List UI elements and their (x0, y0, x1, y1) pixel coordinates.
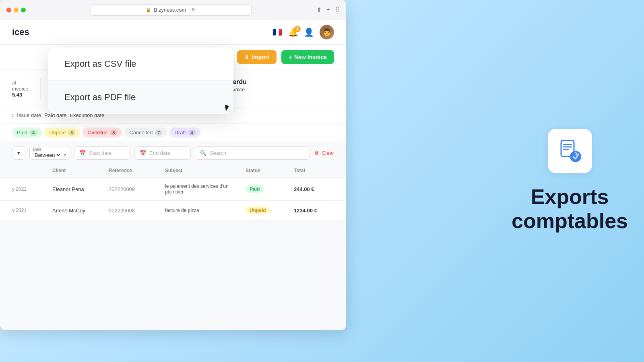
col-client: Client (52, 168, 109, 173)
tab-draft-badge: 4 (188, 130, 196, 136)
table-row[interactable]: y 2021 Eleanor Pena 202220009 le paiemen… (0, 178, 346, 201)
app-content: ices 🇫🇷 🔔 8 👤 👨 Export ▾ ⬇ Import (0, 20, 346, 330)
notification-button[interactable]: 🔔 8 (288, 27, 298, 37)
plus-icon: + (289, 54, 292, 60)
date-label: Date (33, 147, 66, 152)
user-icon[interactable]: 👤 (304, 27, 314, 37)
notification-badge: 8 (294, 26, 301, 32)
stat-total-amount: 5.43 (12, 92, 28, 98)
export-csv-option[interactable]: Export as CSV file (48, 47, 233, 81)
tab-unpaid-label: Unpaid (49, 130, 66, 136)
browser-actions: ⬆ + ⠿ (316, 6, 340, 14)
filter-status-label: ▾ (17, 150, 20, 156)
tab-cancelled-label: Cancelled (129, 130, 153, 136)
import-button[interactable]: ⬇ Import (237, 50, 277, 64)
row1-subject: le paiement des services d'un plombier (165, 183, 246, 195)
tab-unpaid-badge: 8 (68, 130, 75, 136)
grid-icon[interactable]: ⠿ (335, 6, 340, 14)
col-reference: Reference (109, 168, 165, 173)
end-date-placeholder: End date (149, 150, 170, 156)
export-pdf-option[interactable]: Export as PDF file (48, 81, 233, 114)
tabs-row: Paid 4 Unpaid 8 Overdue 8 Cancelled 7 Dr… (0, 123, 346, 142)
tab-overdue[interactable]: Overdue 8 (83, 128, 122, 138)
table-row[interactable]: y 2021 Arlene McCoy 202220008 facture de… (0, 201, 346, 220)
clear-label: Clear (322, 150, 334, 156)
tab-paid-label: Paid (17, 130, 27, 136)
row2-total: 1234.00 € (294, 208, 342, 214)
clear-button[interactable]: 🗑 Clear (314, 150, 334, 156)
date-sort-colon: : (12, 112, 14, 118)
search-placeholder: Search (210, 150, 226, 156)
row1-status: Paid (246, 185, 294, 193)
date-between-select[interactable]: Between (33, 152, 62, 158)
export-doc-icon (558, 139, 582, 163)
date-group: Date Between ▾ (29, 146, 70, 160)
download-icon: ⬇ (244, 54, 249, 60)
end-date-input[interactable]: 📅 End date (134, 146, 191, 160)
issue-date-label[interactable]: Issue date (17, 112, 41, 118)
col-total: Total (294, 168, 342, 173)
calendar-start-icon: 📅 (79, 150, 86, 156)
status-badge-paid: Paid (246, 185, 264, 193)
tab-paid[interactable]: Paid 4 (12, 128, 42, 138)
trash-icon: 🗑 (314, 150, 319, 156)
filter-status-dropdown[interactable]: ▾ (12, 146, 25, 160)
export-pdf-label: Export as PDF file (64, 92, 136, 103)
tab-draft[interactable]: Draft 4 (169, 128, 200, 138)
tab-overdue-label: Overdue (87, 130, 107, 136)
new-tab-icon[interactable]: + (326, 6, 330, 14)
row2-subject: facture de pizza (165, 208, 246, 213)
app-header: ices 🇫🇷 🔔 8 👤 👨 (0, 20, 346, 45)
page-title: ices (12, 27, 29, 37)
feature-highlight: Exports comptables (512, 129, 628, 233)
browser-chrome: 🔒 Bizyness.com ↻ ⬆ + ⠿ (0, 0, 346, 20)
feature-text: Exports comptables (512, 185, 628, 233)
row2-date: y 2021 (12, 208, 52, 213)
search-field[interactable]: 🔍 Search (195, 146, 310, 160)
header-right: 🇫🇷 🔔 8 👤 👨 (272, 25, 334, 39)
col-status: Status (246, 168, 294, 173)
close-dot[interactable] (6, 8, 11, 12)
row1-reference: 202220009 (109, 186, 165, 192)
feature-icon-card (548, 129, 592, 173)
new-invoice-label: New Invoice (294, 54, 327, 60)
row1-total: 244.00 € (294, 186, 342, 192)
table-header: Client Reference Subject Status Total (0, 164, 346, 178)
tab-cancelled-badge: 7 (155, 130, 162, 136)
feature-title-line2: comptables (512, 209, 628, 232)
export-dropdown: Export as CSV file Export as PDF file (48, 47, 233, 114)
tab-paid-badge: 4 (30, 130, 37, 136)
reload-icon: ↻ (192, 7, 196, 13)
start-date-placeholder: Start date (89, 150, 111, 156)
row2-reference: 202220008 (109, 208, 165, 214)
share-icon[interactable]: ⬆ (316, 6, 322, 14)
tab-unpaid[interactable]: Unpaid 8 (44, 128, 80, 138)
row1-date: y 2021 (12, 186, 52, 192)
url-text: Bizyness.com (154, 7, 186, 13)
stat-total-count: invoice (12, 86, 28, 92)
avatar[interactable]: 👨 (320, 25, 334, 39)
browser-dots (6, 8, 26, 12)
feature-title-line1: Exports (531, 185, 609, 208)
browser-window: 🔒 Bizyness.com ↻ ⬆ + ⠿ ices 🇫🇷 🔔 8 👤 � (0, 0, 346, 330)
tab-overdue-badge: 8 (110, 130, 117, 136)
row2-status: Unpaid (246, 206, 294, 214)
maximize-dot[interactable] (21, 8, 26, 12)
header-left: ices (12, 27, 29, 37)
row2-client: Arlene McCoy (52, 208, 109, 214)
tab-draft-label: Draft (174, 130, 186, 136)
url-bar[interactable]: 🔒 Bizyness.com ↻ (91, 4, 252, 16)
status-badge-unpaid: Unpaid (246, 206, 270, 214)
new-invoice-button[interactable]: + New Invoice (281, 50, 334, 64)
flag-icon[interactable]: 🇫🇷 (272, 27, 283, 37)
search-icon: 🔍 (200, 150, 206, 156)
start-date-input[interactable]: 📅 Start date (74, 146, 130, 160)
col-subject: Subject (165, 168, 246, 173)
export-csv-label: Export as CSV file (64, 59, 136, 69)
filter-row: ▾ Date Between ▾ 📅 Start date 📅 End date (0, 142, 346, 164)
invoice-table: Client Reference Subject Status Total y … (0, 164, 346, 220)
import-label: Import (252, 54, 269, 60)
tab-cancelled[interactable]: Cancelled 7 (124, 128, 167, 138)
minimize-dot[interactable] (14, 8, 19, 12)
col-date (12, 168, 52, 173)
